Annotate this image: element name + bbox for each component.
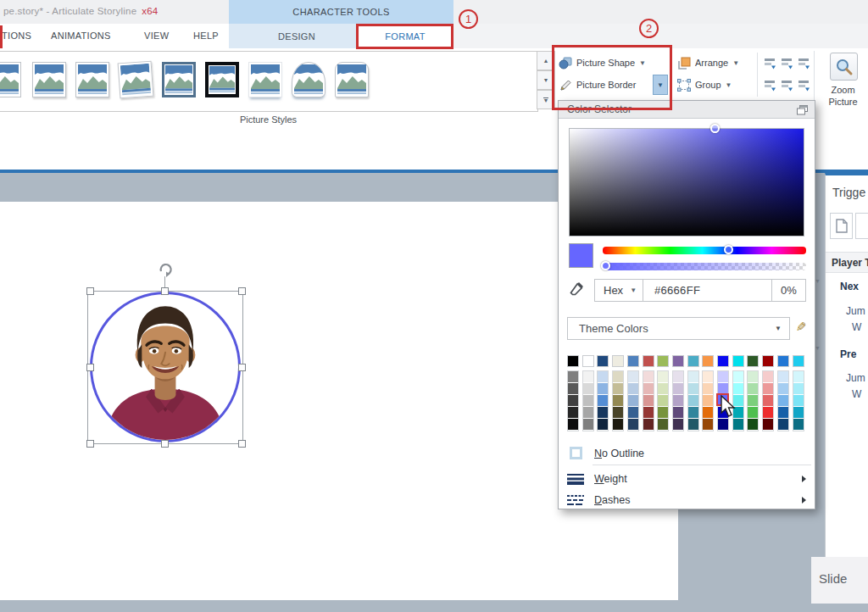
tint-swatch[interactable] [673, 395, 683, 407]
zoom-picture-button[interactable]: Zoom Picture [819, 50, 867, 118]
align-middle-icon[interactable] [778, 74, 795, 96]
tint-swatch[interactable] [763, 407, 773, 419]
tint-swatch[interactable] [658, 371, 668, 383]
tint-swatch[interactable] [793, 371, 804, 383]
saturation-brightness-picker[interactable] [569, 128, 804, 236]
selection-handle[interactable] [161, 287, 169, 295]
tint-swatch[interactable] [568, 419, 578, 431]
trigger-toolbar-button[interactable] [855, 213, 868, 239]
tear-off-window-icon[interactable] [797, 105, 808, 118]
menu-item-dashes[interactable]: Dashes [559, 488, 815, 511]
trigger-row[interactable]: Jum [846, 372, 865, 384]
tint-swatch[interactable] [718, 407, 728, 419]
tint-swatch[interactable] [673, 383, 683, 395]
tint-swatch[interactable] [613, 407, 623, 419]
tint-swatch[interactable] [613, 383, 623, 395]
align-bottom-icon[interactable] [795, 74, 812, 96]
hue-slider[interactable] [603, 247, 806, 254]
group-button[interactable]: Group▼ [676, 75, 732, 95]
picture-shape-button[interactable]: Picture Shape▼ [558, 53, 646, 73]
tint-swatch[interactable] [763, 419, 773, 431]
tint-swatch[interactable] [748, 371, 758, 383]
theme-color-swatch[interactable] [747, 355, 759, 367]
trigger-row[interactable]: Pre [840, 348, 856, 360]
trigger-row[interactable]: Nex [840, 281, 859, 292]
selection-bounding-box[interactable] [87, 291, 243, 444]
tint-swatch[interactable] [793, 407, 804, 419]
trigger-row[interactable]: W [852, 388, 861, 400]
gallery-scroll-down-button[interactable]: ▼ [537, 70, 555, 90]
tint-swatch[interactable] [583, 395, 593, 407]
tint-swatch[interactable] [793, 419, 804, 431]
tint-swatch[interactable] [718, 419, 728, 431]
theme-color-swatch[interactable] [597, 355, 609, 367]
tint-swatch[interactable] [703, 407, 713, 419]
tint-swatch[interactable] [778, 419, 788, 431]
theme-color-swatch[interactable] [567, 355, 579, 367]
trigger-group-collapse-icon[interactable]: ▼ [815, 278, 821, 284]
tint-swatch[interactable] [748, 407, 758, 419]
selection-handle[interactable] [86, 287, 94, 295]
tint-swatch[interactable] [703, 419, 713, 431]
tab-help[interactable]: HELP [193, 31, 219, 41]
tint-swatch[interactable] [568, 395, 578, 407]
align-right-icon[interactable] [795, 52, 812, 74]
tab-design[interactable]: DESIGN [254, 24, 339, 48]
picture-style-thumbnail-blue-frame[interactable] [162, 62, 196, 97]
rotation-handle-icon[interactable] [157, 261, 174, 281]
theme-color-swatch[interactable] [643, 355, 654, 367]
tint-swatch[interactable] [628, 371, 638, 383]
tint-swatch[interactable] [718, 371, 728, 383]
tint-swatch[interactable] [568, 371, 578, 383]
tint-swatch[interactable] [658, 383, 668, 395]
selection-handle[interactable] [238, 440, 246, 448]
tint-swatch[interactable] [658, 407, 668, 419]
tint-swatch[interactable] [733, 419, 743, 431]
tint-swatch[interactable] [778, 383, 788, 395]
tint-swatch[interactable] [703, 383, 713, 395]
tint-swatch[interactable] [703, 371, 713, 383]
theme-color-swatch[interactable] [687, 355, 699, 367]
tint-swatch[interactable] [748, 419, 758, 431]
tab-view[interactable]: VIEW [144, 31, 169, 41]
transparency-slider[interactable] [603, 263, 806, 270]
theme-color-swatch[interactable] [612, 355, 624, 367]
tint-swatch[interactable] [703, 395, 713, 407]
tab-transitions[interactable]: TIONS [2, 31, 31, 41]
create-trigger-button[interactable] [830, 213, 853, 239]
tint-swatch[interactable] [688, 407, 698, 419]
tint-swatch[interactable] [568, 383, 578, 395]
edit-palette-pencil-icon[interactable]: ✎ [796, 320, 807, 335]
tint-swatch[interactable] [778, 371, 788, 383]
theme-color-swatch[interactable] [627, 355, 639, 367]
tint-swatch[interactable] [778, 407, 788, 419]
tint-swatch[interactable] [733, 371, 743, 383]
tint-swatch[interactable] [688, 419, 698, 431]
tint-swatch[interactable] [643, 419, 654, 431]
tint-swatch[interactable] [628, 395, 638, 407]
align-top-icon[interactable] [761, 74, 778, 96]
tint-swatch[interactable] [583, 383, 593, 395]
tint-swatch[interactable] [763, 395, 773, 407]
theme-color-swatch[interactable] [657, 355, 669, 367]
selection-handle[interactable] [86, 364, 94, 371]
tint-swatch[interactable] [733, 407, 743, 419]
menu-item-no-outline[interactable]: No Outline [559, 442, 815, 465]
tint-swatch[interactable] [778, 395, 788, 407]
tint-swatch[interactable] [673, 407, 683, 419]
theme-color-swatch[interactable] [777, 355, 789, 367]
picture-style-thumbnail-matte[interactable] [32, 62, 66, 97]
tint-swatch[interactable] [598, 383, 608, 395]
theme-color-swatch[interactable] [762, 355, 774, 367]
selection-handle[interactable] [238, 364, 246, 371]
theme-color-swatch[interactable] [717, 355, 729, 367]
tint-swatch[interactable] [598, 407, 608, 419]
tint-swatch[interactable] [688, 371, 698, 383]
picture-border-dropdown-arrow[interactable]: ▼ [653, 75, 668, 95]
trigger-row[interactable]: Jum [846, 305, 865, 317]
gallery-more-button[interactable]: ▼ [537, 90, 555, 109]
transparency-percent-input[interactable]: 0% [772, 279, 806, 302]
theme-color-swatch[interactable] [582, 355, 594, 367]
tint-swatch[interactable] [598, 395, 608, 407]
menu-item-weight[interactable]: Weight [559, 467, 815, 490]
